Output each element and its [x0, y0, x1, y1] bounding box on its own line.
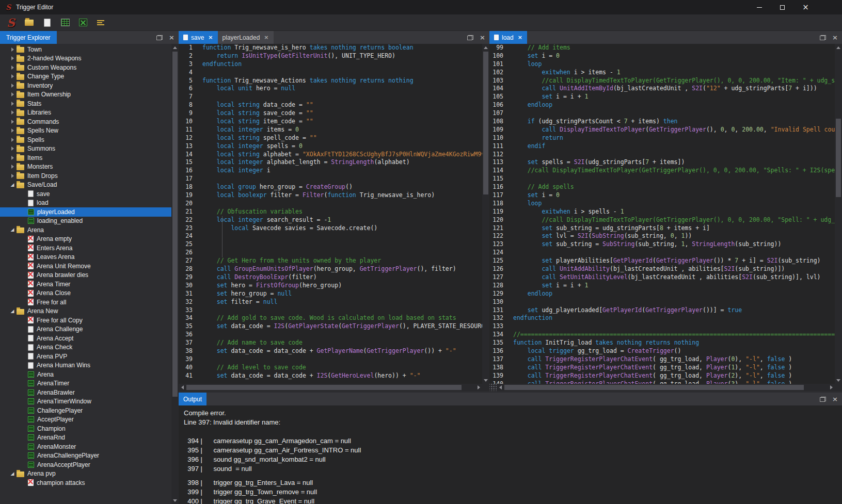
- scroll-right-arrow[interactable]: [828, 384, 835, 391]
- close-panel-icon[interactable]: ×: [480, 34, 485, 41]
- tree-item-arena-check[interactable]: Arena Check: [0, 343, 171, 352]
- tree-item-commands[interactable]: Commands: [0, 117, 171, 126]
- tree-item-arena-brawler-dies[interactable]: Arena brawler dies: [0, 271, 171, 280]
- scrollbar-thumb[interactable]: [483, 52, 488, 194]
- trigger-explorer-tab[interactable]: Trigger Explorer: [0, 31, 57, 44]
- tree-item-acceptplayer[interactable]: AcceptPlayer: [0, 415, 171, 425]
- tree-item-arena-human-wins[interactable]: Arena Human Wins: [0, 361, 171, 370]
- scroll-left-arrow[interactable]: [497, 384, 504, 391]
- tree-item-item-drops[interactable]: Item Drops: [0, 171, 171, 181]
- tree-item-item-ownership[interactable]: Item Ownership: [0, 90, 171, 100]
- expand-arrow-icon[interactable]: [8, 118, 17, 126]
- scroll-up-arrow[interactable]: [835, 44, 842, 51]
- expand-arrow-icon[interactable]: [8, 108, 17, 117]
- horizontal-scrollbar[interactable]: [497, 384, 835, 391]
- tree-item-2-handed-weapons[interactable]: 2-handed Weapons: [0, 54, 171, 63]
- tree-item-libraries[interactable]: Libraries: [0, 108, 171, 118]
- tree-item-loading-enabled[interactable]: loading_enabled: [0, 217, 171, 226]
- scroll-down-arrow[interactable]: [171, 497, 179, 504]
- tree-item-champion[interactable]: Champion: [0, 424, 171, 433]
- new-file-button[interactable]: [40, 16, 54, 29]
- vertical-scrollbar[interactable]: [835, 44, 842, 384]
- tesh-logo-button[interactable]: [4, 16, 18, 29]
- expand-arrow-icon[interactable]: [8, 469, 17, 478]
- tree-item-monsters[interactable]: Monsters: [0, 162, 171, 172]
- scrollbar-thumb[interactable]: [172, 52, 178, 397]
- script-check-button[interactable]: [76, 16, 90, 29]
- tree-item-arena-unit-remove[interactable]: Arena Unit Remove: [0, 262, 171, 271]
- expand-arrow-icon[interactable]: [8, 63, 17, 72]
- tree-item-town[interactable]: Town: [0, 45, 171, 54]
- tree-item-arena-close[interactable]: Arena Close: [0, 289, 171, 298]
- close-button[interactable]: ×: [794, 0, 817, 14]
- expand-arrow-icon[interactable]: [8, 90, 17, 99]
- scrollbar-thumb[interactable]: [836, 119, 841, 197]
- expand-arrow-icon[interactable]: [8, 154, 17, 162]
- tree-item-save-load[interactable]: Save/Load: [0, 181, 171, 190]
- tree-item-arena[interactable]: Arena: [0, 225, 171, 235]
- tree-item-arenatimerwindow[interactable]: ArenaTimerWindow: [0, 397, 171, 407]
- float-panel-icon[interactable]: [467, 35, 473, 40]
- tree-item-spells[interactable]: Spells: [0, 135, 171, 144]
- expand-arrow-icon[interactable]: [8, 45, 17, 54]
- tree-item-arenamonster[interactable]: ArenaMonster: [0, 442, 171, 451]
- close-panel-icon[interactable]: ×: [832, 34, 838, 41]
- open-folder-button[interactable]: [22, 16, 36, 29]
- float-panel-icon[interactable]: [820, 397, 826, 402]
- scroll-down-arrow[interactable]: [482, 377, 489, 384]
- code-editor[interactable]: 1function Trig_newsave_is_hero takes not…: [179, 44, 482, 384]
- tree-item-free-for-all-copy[interactable]: Free for all Copy: [0, 316, 171, 325]
- tree-item-arena-empty[interactable]: Arena empty: [0, 235, 171, 244]
- tree-item-enters-arena[interactable]: Enters Arena: [0, 243, 171, 253]
- tree-item-arena-accept[interactable]: Arena Accept: [0, 334, 171, 343]
- expand-arrow-icon[interactable]: [8, 72, 17, 80]
- tree-item-leaves-arena[interactable]: Leaves Arena: [0, 253, 171, 262]
- tree-item-arena-timer[interactable]: Arena Timer: [0, 280, 171, 289]
- tree-item-summons[interactable]: Summons: [0, 144, 171, 154]
- scroll-up-arrow[interactable]: [482, 44, 489, 51]
- tree-item-arenaacceptplayer[interactable]: ArenaAcceptPlayer: [0, 460, 171, 469]
- tree-item-champion-attacks[interactable]: champion attacks: [0, 478, 171, 487]
- tree-item-arena[interactable]: Arena: [0, 370, 171, 379]
- expand-arrow-icon[interactable]: [8, 126, 17, 135]
- expand-arrow-icon[interactable]: [8, 144, 17, 153]
- tab-load[interactable]: load×: [489, 31, 527, 44]
- expand-arrow-icon[interactable]: [8, 100, 17, 108]
- close-panel-icon[interactable]: ×: [832, 396, 838, 402]
- tab-close-icon[interactable]: ×: [264, 35, 268, 40]
- float-panel-icon[interactable]: [820, 35, 826, 40]
- expand-arrow-icon[interactable]: [8, 54, 17, 62]
- tab-close-icon[interactable]: ×: [518, 35, 522, 40]
- scroll-down-arrow[interactable]: [835, 377, 842, 384]
- tree-item-playerloaded[interactable]: playerLoaded: [0, 207, 171, 217]
- tree-item-arenachallengeplayer[interactable]: ArenaChallengePlayer: [0, 451, 171, 461]
- float-panel-icon[interactable]: [156, 35, 163, 40]
- scrollbar-thumb[interactable]: [186, 385, 462, 390]
- tree-item-arena-pvp[interactable]: Arena pvp: [0, 469, 171, 479]
- scrollbar-thumb[interactable]: [504, 385, 804, 390]
- maximize-button[interactable]: [771, 0, 794, 14]
- tree-item-change-type[interactable]: Change Type: [0, 72, 171, 82]
- tab-save[interactable]: save×: [179, 31, 218, 44]
- scroll-left-arrow[interactable]: [179, 384, 186, 391]
- tree-item-arena-new[interactable]: Arena New: [0, 307, 171, 316]
- tree-item-save[interactable]: save: [0, 189, 171, 199]
- expand-arrow-icon[interactable]: [8, 136, 17, 144]
- expand-arrow-icon[interactable]: [8, 307, 17, 315]
- tab-playerLoaded[interactable]: playerLoaded×: [218, 31, 274, 44]
- tab-output[interactable]: Output: [179, 393, 206, 405]
- tree-item-arenatimer[interactable]: ArenaTimer: [0, 379, 171, 388]
- tree-item-stats[interactable]: Stats: [0, 99, 171, 108]
- scroll-right-arrow[interactable]: [475, 384, 482, 391]
- tree-item-arena-pvp[interactable]: Arena PVP: [0, 352, 171, 361]
- scroll-up-arrow[interactable]: [171, 44, 179, 51]
- splitter-grip[interactable]: [489, 384, 497, 391]
- expand-arrow-icon[interactable]: [8, 172, 17, 180]
- code-editor[interactable]: 99 // Add items100 set i = 0101 loop102 …: [489, 44, 835, 384]
- expand-arrow-icon[interactable]: [8, 82, 17, 90]
- script-lines-button[interactable]: [94, 16, 108, 29]
- close-panel-icon[interactable]: ×: [169, 34, 174, 41]
- expand-arrow-icon[interactable]: [8, 226, 17, 234]
- tree-item-inventory[interactable]: Inventory: [0, 81, 171, 90]
- tree-item-custom-weapons[interactable]: Custom Weapons: [0, 63, 171, 72]
